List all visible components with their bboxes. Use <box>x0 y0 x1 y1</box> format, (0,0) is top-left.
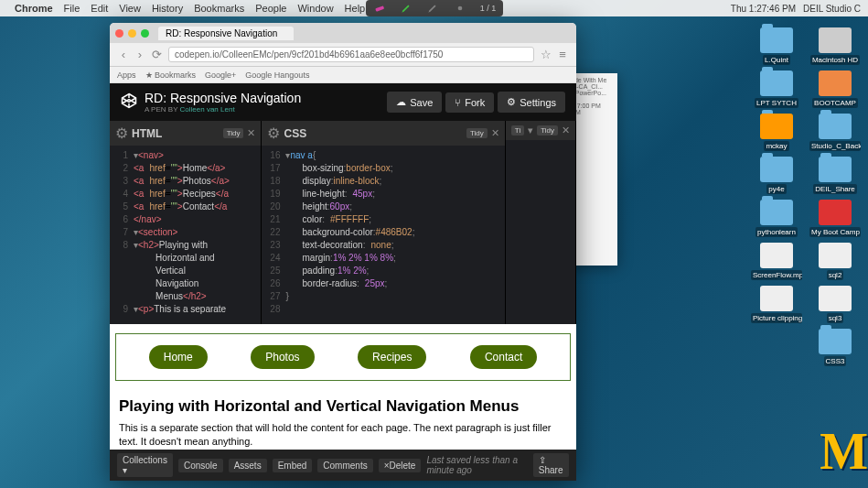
save-button[interactable]: ☁ Save <box>387 92 442 113</box>
desktop-folder[interactable]: mckay <box>751 114 802 151</box>
codepen-header: RD: Responsive Navigation A PEN BY Colle… <box>110 83 576 121</box>
bookmark-item[interactable]: Google+ <box>205 70 236 80</box>
svg-point-1 <box>457 6 462 11</box>
reload-icon[interactable]: ⟳ <box>148 48 165 61</box>
bookmark-item[interactable]: Google Hangouts <box>245 70 309 80</box>
marker-icon[interactable] <box>400 2 413 15</box>
nav-link-recipes[interactable]: Recipes <box>358 345 426 369</box>
menu-edit[interactable]: Edit <box>91 3 108 14</box>
gear-icon[interactable]: ⚙ <box>267 125 280 142</box>
menu-view[interactable]: View <box>119 3 141 14</box>
nav-link-contact[interactable]: Contact <box>470 345 537 369</box>
desktop-drive[interactable]: Macintosh HD <box>809 27 861 65</box>
browser-tab[interactable]: RD: Responsive Navigation <box>158 27 294 40</box>
menu-window[interactable]: Window <box>297 3 333 14</box>
js-code[interactable] <box>506 140 575 324</box>
nav-link-home[interactable]: Home <box>149 345 208 369</box>
chrome-window: RD: Responsive Navigation ‹ › ⟳ codepen.… <box>110 23 576 481</box>
preview-paragraph: This is a separate section that will hol… <box>119 421 567 449</box>
menu-file[interactable]: File <box>64 3 80 14</box>
preview-pane: Home Photos Recipes Contact Playing with… <box>110 324 576 450</box>
settings-button[interactable]: ⚙ Settings <box>498 92 565 113</box>
chevron-down-icon[interactable]: ▾ <box>528 125 533 136</box>
tidy-button[interactable]: Tidy <box>223 128 244 138</box>
gear-icon[interactable]: ⚙ <box>115 125 128 142</box>
fork-button[interactable]: ⑂ Fork <box>445 92 494 113</box>
console-button[interactable]: Console <box>178 459 223 472</box>
back-icon[interactable]: ‹ <box>115 48 132 61</box>
pen-icon[interactable] <box>426 2 439 15</box>
desktop-file[interactable]: ScreenFlow.mp4 <box>751 243 802 280</box>
editor-label-html: HTML <box>132 127 220 140</box>
pen-title: RD: Responsive Navigation <box>145 91 383 105</box>
star-icon[interactable]: ☆ <box>538 48 554 61</box>
desktop-folder[interactable]: Studio_C_Backup <box>809 114 861 151</box>
menu-help[interactable]: Help <box>345 3 366 14</box>
floating-toolbar[interactable]: 1 / 1 <box>366 0 503 16</box>
menu-history[interactable]: History <box>152 3 183 14</box>
menu-bookmarks[interactable]: Bookmarks <box>194 3 244 14</box>
author-link[interactable]: Colleen van Lent <box>180 105 235 114</box>
editor-label-css: CSS <box>284 127 463 140</box>
js-editor: Ti ▾ Tidy ✕ <box>506 121 576 324</box>
desktop-file[interactable]: sql2 <box>809 243 861 280</box>
bookmarks-bar: Apps ★ Bookmarks Google+ Google Hangouts <box>110 67 576 83</box>
html-editor: ⚙ HTML Tidy ✕ 1▾<nav> 2<a href="">Home</… <box>110 121 262 324</box>
address-bar-row: ‹ › ⟳ codepen.io/ColleenEMc/pen/9cf201bd… <box>110 43 576 67</box>
comments-button[interactable]: Comments <box>317 459 372 472</box>
desktop-file[interactable]: sql3 <box>809 286 861 323</box>
assets-button[interactable]: Assets <box>229 459 267 472</box>
url-field[interactable]: codepen.io/ColleenEMc/pen/9cf201bd4b6961… <box>168 47 534 62</box>
desktop-folder[interactable]: LPT SYTCH <box>751 70 802 108</box>
desktop-icons: L.Quint Macintosh HD LPT SYTCH BOOTCAMP … <box>751 27 861 366</box>
desktop-folder[interactable]: L.Quint <box>751 27 802 65</box>
desktop-folder[interactable]: py4e <box>751 157 802 194</box>
tool-icon[interactable] <box>454 2 466 15</box>
menubar-user: DEIL Studio C <box>803 4 861 14</box>
preview-nav: Home Photos Recipes Contact <box>115 333 571 381</box>
preview-heading: Playing with Horizontal and Vertical Nav… <box>119 397 567 416</box>
desktop-file[interactable]: Picture clipping <box>751 286 802 323</box>
desktop-folder[interactable]: pythonlearn <box>751 200 802 237</box>
tidy-button[interactable]: Ti <box>511 125 524 136</box>
delete-button[interactable]: ×Delete <box>379 459 422 472</box>
share-button[interactable]: ⇪ Share <box>533 453 569 477</box>
page-count: 1 / 1 <box>480 4 497 13</box>
forward-icon[interactable]: › <box>132 48 148 61</box>
codepen-logo-icon[interactable] <box>121 92 137 113</box>
close-icon[interactable]: ✕ <box>247 127 255 139</box>
bookmark-item[interactable]: ★ Bookmarks <box>145 70 197 80</box>
michigan-logo: M <box>820 422 861 481</box>
tidy-button[interactable]: Tidy <box>537 125 558 136</box>
editors-row: ⚙ HTML Tidy ✕ 1▾<nav> 2<a href="">Home</… <box>110 121 576 324</box>
embed-button[interactable]: Embed <box>273 459 313 472</box>
menu-people[interactable]: People <box>255 3 286 14</box>
css-code[interactable]: 16▾nav a{ 17 box-sizing:border-box; 18 d… <box>262 146 504 324</box>
nav-link-photos[interactable]: Photos <box>251 345 314 369</box>
desktop-drive[interactable]: BOOTCAMP <box>809 70 861 108</box>
tab-strip: RD: Responsive Navigation <box>110 23 576 43</box>
close-icon[interactable]: ✕ <box>491 127 499 139</box>
window-controls[interactable] <box>115 29 149 38</box>
svg-rect-0 <box>375 5 384 11</box>
collections-button[interactable]: Collections ▾ <box>117 453 173 477</box>
css-editor: ⚙ CSS Tidy ✕ 16▾nav a{ 17 box-sizing:bor… <box>262 121 505 324</box>
menu-icon[interactable]: ≡ <box>554 48 571 61</box>
html-code[interactable]: 1▾<nav> 2<a href="">Home</a> 3<a href=""… <box>110 146 261 324</box>
save-status: Last saved less than a minute ago <box>426 455 527 475</box>
tidy-button[interactable]: Tidy <box>466 128 488 138</box>
desktop-app[interactable]: My Boot Camp <box>809 200 861 237</box>
app-menu[interactable]: Chrome <box>15 3 53 14</box>
eraser-icon[interactable] <box>373 2 386 15</box>
bookmark-item[interactable]: Apps <box>117 70 136 80</box>
close-icon[interactable]: ✕ <box>562 125 570 136</box>
menubar-time: Thu 1:27:46 PM <box>731 4 796 14</box>
desktop-folder[interactable]: CSS3 <box>809 329 861 366</box>
codepen-footer: Collections ▾ Console Assets Embed Comme… <box>110 450 576 481</box>
desktop-folder[interactable]: DEIL_Share <box>809 157 861 194</box>
